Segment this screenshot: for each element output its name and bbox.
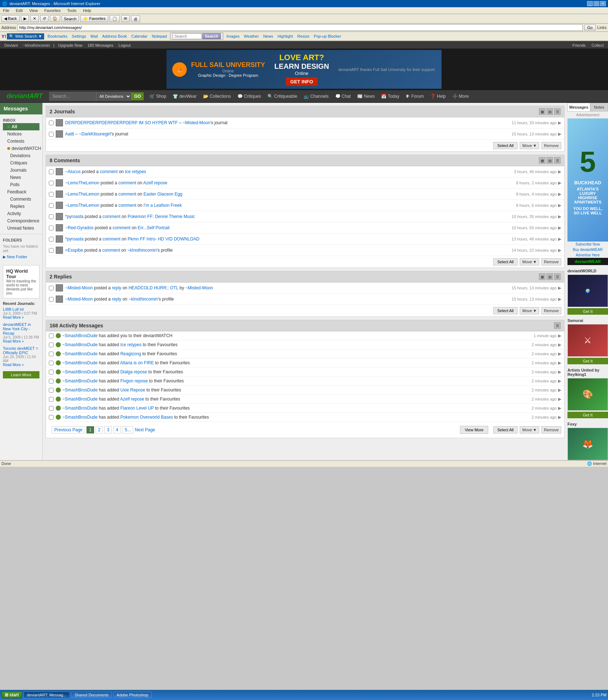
read-more-0[interactable]: Read More » xyxy=(3,315,39,319)
web-search-btn[interactable]: 🔍 Web Search ▼ xyxy=(7,33,44,39)
activity-checkbox-8[interactable] xyxy=(49,406,54,411)
reply-arrow-1[interactable]: ▶ xyxy=(558,297,561,302)
news-link[interactable]: News xyxy=(262,34,274,39)
replies-view-icon-2[interactable]: ▤ xyxy=(546,273,553,280)
main-search-input[interactable] xyxy=(49,92,96,101)
learn-more-button[interactable]: Learn More xyxy=(3,371,39,378)
activity-arrow-9[interactable]: ▶ xyxy=(558,415,561,420)
da-logo[interactable]: deviantART xyxy=(3,90,46,102)
comment-link-3[interactable]: comment xyxy=(118,203,136,208)
sidebar-item-contests[interactable]: Contests xyxy=(3,138,39,145)
sidebar-item-unread-notes[interactable]: Unread Notes xyxy=(3,225,39,232)
topnav-username[interactable]: ~kInothincomin xyxy=(23,43,50,47)
nav-devwear[interactable]: 👕 devWear xyxy=(170,91,199,102)
activity-target-3[interactable]: Altaria is on FIRE xyxy=(120,360,154,365)
history-button[interactable]: 📋 xyxy=(110,15,120,22)
activity-target-8[interactable]: Flareon Level UP xyxy=(120,406,154,411)
menu-tools[interactable]: Tools xyxy=(66,8,78,13)
nav-collections[interactable]: 📂 Collections xyxy=(200,91,234,102)
upgrade-link[interactable]: Upgrade Now xyxy=(58,43,82,47)
activity-select-all[interactable]: Select All xyxy=(493,426,518,433)
journal-entry-title-2[interactable]: Toronto devMEET = Officially EPIC xyxy=(3,346,39,355)
reply-checkbox-0[interactable] xyxy=(49,286,54,290)
comments-select-all[interactable]: Select All xyxy=(493,258,518,265)
journal-checkbox-0[interactable] xyxy=(49,121,54,125)
toolbar-search-button[interactable]: Search xyxy=(202,33,221,39)
comment-arrow-6[interactable]: ▶ xyxy=(558,236,561,242)
comment-checkbox-4[interactable] xyxy=(49,214,54,219)
comment-arrow-7[interactable]: ▶ xyxy=(558,248,561,253)
weather-link[interactable]: Weather xyxy=(243,34,260,39)
page-5[interactable]: 5... xyxy=(122,426,134,433)
home-button[interactable]: 🏠 xyxy=(50,15,60,22)
sidebar-item-notices[interactable]: Notices xyxy=(3,130,39,138)
nav-channels[interactable]: 📺 Channels xyxy=(301,91,332,102)
page-1[interactable]: 1 xyxy=(86,426,94,433)
nav-help[interactable]: ❓ Help xyxy=(427,91,449,102)
activity-arrow-0[interactable]: ▶ xyxy=(558,333,561,338)
activity-arrow-4[interactable]: ▶ xyxy=(558,369,561,374)
collect-link[interactable]: Collect xyxy=(591,43,604,47)
replies-view-icon-1[interactable]: ▦ xyxy=(539,273,545,280)
activity-arrow-7[interactable]: ▶ xyxy=(558,397,561,402)
resize-link[interactable]: Resize xyxy=(296,34,311,39)
sidebar-item-journals[interactable]: Journals xyxy=(3,167,39,174)
activity-move[interactable]: Move ▼ xyxy=(520,426,539,433)
journal-link-1[interactable]: Aat8 xyxy=(65,131,74,137)
notepad-link[interactable]: Notepad xyxy=(151,34,168,39)
journal-entry-title-1[interactable]: deviantMEET in New York City - Recap xyxy=(3,322,39,335)
new-folder-button[interactable]: ▶ New Folder xyxy=(3,254,39,260)
activity-arrow-8[interactable]: ▶ xyxy=(558,406,561,411)
activity-user-0[interactable]: ~SmashBrosDude xyxy=(62,333,98,338)
sidebar-item-comments[interactable]: Comments xyxy=(3,196,39,203)
comment-checkbox-6[interactable] xyxy=(49,237,54,242)
activity-target-2[interactable]: Reagizong xyxy=(120,351,141,356)
journals-select-all[interactable]: Select All xyxy=(493,142,518,149)
comments-move[interactable]: Move ▼ xyxy=(520,258,539,265)
go-button[interactable]: Go xyxy=(584,25,596,30)
comment-user-6[interactable]: *pyroasta xyxy=(65,236,84,242)
nav-news[interactable]: 📰 News xyxy=(354,91,377,102)
activity-checkbox-5[interactable] xyxy=(49,379,54,383)
replies-view-icon-3[interactable]: ☰ xyxy=(554,273,561,280)
reply-user-1[interactable]: ~Misted-Moon xyxy=(65,297,93,302)
menu-edit[interactable]: Edit xyxy=(14,8,24,13)
activity-arrow-6[interactable]: ▶ xyxy=(558,387,561,393)
journal-author-1[interactable]: ~DarkKitsunegirl xyxy=(79,131,111,137)
bookmarks-link[interactable]: Bookmarks xyxy=(46,34,68,39)
activity-checkbox-3[interactable] xyxy=(49,361,54,365)
comment-link-0[interactable]: comment xyxy=(100,169,118,174)
get-it-button-0[interactable]: Get It xyxy=(567,308,608,315)
activity-arrow-5[interactable]: ▶ xyxy=(558,378,561,383)
journals-view-icon-3[interactable]: ☰ xyxy=(554,108,561,115)
search-category-select[interactable]: All Deviations xyxy=(96,92,131,101)
forward-button[interactable]: ▶ xyxy=(21,15,29,22)
nav-chat[interactable]: 💭 Chat xyxy=(332,91,354,102)
comment-target-2[interactable]: Easter Glaceon Egg xyxy=(144,192,182,197)
comment-target-6[interactable]: Pkmn FF Intro- HD VID DOWNLOAD xyxy=(128,236,199,242)
comment-checkbox-0[interactable] xyxy=(49,169,54,174)
view-more-button[interactable]: View More xyxy=(460,426,488,434)
nav-more[interactable]: ➕ More xyxy=(449,91,472,102)
sidebar-item-critiques[interactable]: Critiques xyxy=(3,159,39,167)
journal-arrow-0[interactable]: ▶ xyxy=(558,120,561,125)
activity-checkbox-1[interactable] xyxy=(49,343,54,347)
buy-deviantwear-link[interactable]: Buy deviantWEAR xyxy=(567,247,608,252)
activity-user-6[interactable]: ~SmashBrosDude xyxy=(62,387,98,393)
comment-target-1[interactable]: Azelf repose xyxy=(143,180,168,185)
activity-user-7[interactable]: ~SmashBrosDude xyxy=(62,397,98,402)
reply-link-0[interactable]: reply xyxy=(112,285,121,290)
comment-link-2[interactable]: comment xyxy=(118,192,136,197)
page-2[interactable]: 2 xyxy=(96,426,103,433)
toolbar-search-input[interactable] xyxy=(173,33,202,39)
read-more-2[interactable]: Read More » xyxy=(3,363,39,367)
reply-author-0[interactable]: ~Misted-Moon xyxy=(185,285,213,290)
activity-view-icon-1[interactable]: ☰ xyxy=(554,322,561,329)
comment-user-0[interactable]: ~Alucus xyxy=(65,169,81,174)
sidebar-item-correspondence[interactable]: Correspondence xyxy=(3,217,39,225)
mail-link[interactable]: Mail xyxy=(89,34,99,39)
maximize-button[interactable]: □ xyxy=(594,1,599,6)
activity-user-8[interactable]: ~SmashBrosDude xyxy=(62,406,98,411)
replies-remove[interactable]: Remove xyxy=(541,307,561,314)
activity-checkbox-7[interactable] xyxy=(49,397,54,402)
